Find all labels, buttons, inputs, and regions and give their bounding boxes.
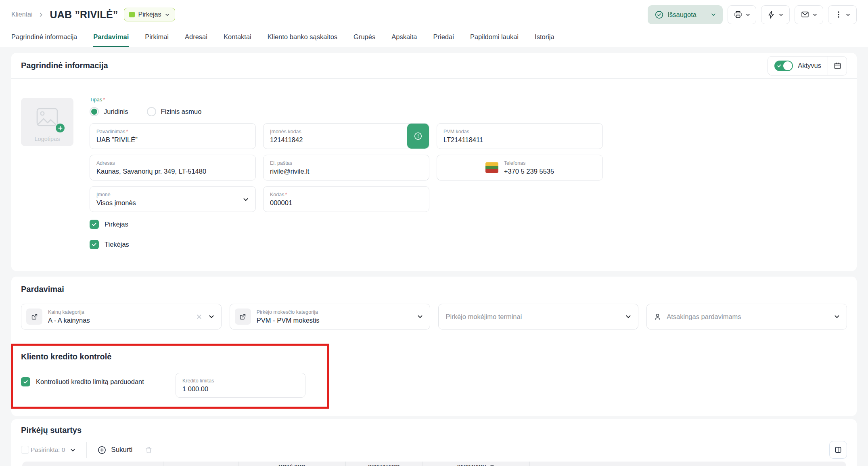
kodas-value: 000001: [270, 199, 422, 207]
chevron-down-icon: [711, 12, 716, 17]
tab-pirkimai[interactable]: Pirkimai: [145, 29, 169, 47]
kredito-limitas-value: 1 000.00: [182, 385, 299, 393]
pavadinimas-field[interactable]: Pavadinimas UAB ”RIVILĖ”: [90, 123, 256, 149]
filter-funnel-icon[interactable]: [489, 464, 495, 466]
el-pastas-field[interactable]: El. paštas rivile@rivile.lt: [263, 155, 429, 181]
selected-count-label: Pasirinkta: 0: [31, 446, 65, 453]
contracts-title: Pirkėjų sutartys: [21, 426, 847, 435]
tab-kontaktai[interactable]: Kontaktai: [224, 29, 251, 47]
chevron-down-icon: [834, 313, 840, 320]
kodas-label: Kodas: [270, 192, 422, 197]
el-pastas-value: rivile@rivile.lt: [270, 168, 422, 175]
tab-priedai[interactable]: Priedai: [433, 29, 454, 47]
tab-grupes[interactable]: Grupės: [353, 29, 375, 47]
selected-count-dropdown[interactable]: Pasirinkta: 0: [29, 446, 76, 453]
tax-category-dropdown[interactable]: Pirkėjo mokesčio kategorija PVM - PVM mo…: [230, 304, 430, 330]
table-header-mokejimo: MOKĖJIMO: [238, 462, 346, 466]
kebab-menu-icon: [835, 10, 843, 19]
chevron-down-icon: [845, 12, 851, 17]
tiekejas-checkbox[interactable]: Tiekėjas: [90, 240, 847, 249]
header-actions: Išsaugota: [648, 5, 857, 24]
check-circle-icon: [655, 10, 663, 19]
external-link-icon: [31, 313, 38, 321]
sales-card: Pardavimai Kainų kategorija A - A kainyn…: [11, 277, 857, 416]
radio-fizinis-asmuo[interactable]: Fizinis asmuo: [147, 107, 202, 116]
tab-pagrindine-informacija[interactable]: Pagrindinė informacija: [11, 29, 77, 47]
price-category-label: Kainų kategorija: [48, 309, 90, 315]
checkbox-checked-icon: [21, 377, 30, 386]
pvm-kodas-field[interactable]: PVM kodas LT214118411: [437, 123, 603, 149]
credit-limit-checkbox[interactable]: Kontroliuoti kredito limitą parduodant: [21, 377, 176, 386]
adresas-value: Kaunas, Savanorių pr. 349, LT-51480: [96, 168, 249, 175]
radio-unselected-icon: [147, 107, 156, 116]
radio-juridinis[interactable]: Juridinis: [90, 107, 128, 116]
responsible-salesperson-dropdown[interactable]: Atsakingas pardavimams: [646, 304, 847, 330]
chevron-down-icon: [208, 313, 215, 320]
table-header-cell: [530, 462, 846, 466]
kodas-field[interactable]: Kodas 000001: [263, 186, 429, 212]
automation-button[interactable]: [761, 5, 790, 24]
credit-limit-checkbox-label: Kontroliuoti kredito limitą parduodant: [36, 378, 144, 386]
pavadinimas-label: Pavadinimas: [96, 129, 249, 134]
chevron-down-icon: [812, 12, 818, 17]
divider: [86, 442, 87, 458]
imones-kodas-value: 121411842: [270, 136, 422, 144]
active-toggle[interactable]: Aktyvus: [768, 57, 828, 75]
table-header-pardavimu: PARDAVIMŲ: [422, 462, 530, 466]
table-header-pristatymo: PRISTATYMO: [346, 462, 422, 466]
pvm-kodas-label: PVM kodas: [443, 129, 596, 134]
pavadinimas-value: UAB ”RIVILĖ”: [96, 136, 249, 144]
table-header-cell: [163, 462, 238, 466]
select-all-checkbox[interactable]: [21, 446, 29, 454]
imones-kodas-field[interactable]: Įmonės kodas 121411842: [263, 123, 429, 149]
calendar-icon: [833, 61, 842, 70]
adresas-field[interactable]: Adresas Kaunas, Savanorių pr. 349, LT-51…: [90, 155, 256, 181]
payment-terms-dropdown[interactable]: Pirkėjo mokėjimo terminai: [438, 304, 639, 330]
open-tax-category-button[interactable]: [235, 309, 251, 325]
main-fields-grid: Pavadinimas UAB ”RIVILĖ” Įmonės kodas 12…: [90, 123, 847, 212]
radio-selected-icon: [90, 107, 99, 116]
saved-dropdown-button[interactable]: [704, 5, 723, 24]
plus-circle-icon: [97, 445, 107, 455]
breadcrumb-link-klientai[interactable]: Klientai: [11, 11, 32, 18]
chevron-down-icon: [417, 313, 423, 320]
clear-x-icon: [196, 313, 203, 320]
column-settings-button[interactable]: [829, 441, 847, 459]
contracts-table-header: MOKĖJIMO PRISTATYMO PARDAVIMŲ: [22, 462, 846, 466]
imone-dropdown[interactable]: Įmonė Visos įmonės: [90, 186, 256, 212]
tab-apskaita[interactable]: Apskaita: [391, 29, 417, 47]
table-header-label: MOKĖJIMO: [278, 464, 305, 466]
kredito-limitas-field[interactable]: Kredito limitas 1 000.00: [176, 373, 305, 398]
activity-calendar-button[interactable]: [828, 57, 847, 75]
chevron-right-icon: [38, 12, 44, 18]
tax-category-label: Pirkėjo mokesčio kategorija: [257, 309, 320, 315]
logo-upload[interactable]: Logotipas: [21, 98, 73, 146]
price-category-dropdown[interactable]: Kainų kategorija A - A kainynas: [21, 304, 222, 330]
chevron-down-icon: [243, 196, 249, 203]
tab-kliento-banko-saskaitos[interactable]: Kliento banko sąskaitos: [268, 29, 337, 47]
pirkejas-checkbox[interactable]: Pirkėjas: [90, 220, 847, 229]
radio-fizinis-asmuo-label: Fizinis asmuo: [161, 108, 202, 115]
saved-status-button[interactable]: Išsaugota: [648, 5, 704, 24]
checkbox-checked-icon: [90, 220, 99, 229]
client-type-badge[interactable]: Pirkėjas: [124, 8, 176, 21]
delete-contract-button[interactable]: [144, 446, 153, 454]
tab-adresai[interactable]: Adresai: [185, 29, 207, 47]
print-button[interactable]: [728, 5, 756, 24]
tab-papildomi-laukai[interactable]: Papildomi laukai: [470, 29, 519, 47]
envelope-icon: [801, 10, 809, 19]
trash-icon: [144, 446, 153, 454]
more-options-button[interactable]: [828, 5, 857, 24]
open-price-category-button[interactable]: [26, 309, 42, 325]
email-button[interactable]: [795, 5, 823, 24]
telefonas-field[interactable]: Telefonas +370 5 239 5535: [437, 155, 603, 181]
adresas-label: Adresas: [96, 160, 249, 166]
tab-pardavimai[interactable]: Pardavimai: [93, 29, 129, 47]
payment-terms-placeholder: Pirkėjo mokėjimo terminai: [446, 313, 522, 321]
tab-istorija[interactable]: Istorija: [535, 29, 554, 47]
add-logo-icon: [55, 123, 65, 133]
clear-price-category-button[interactable]: [196, 313, 203, 320]
company-lookup-button[interactable]: [407, 124, 429, 149]
create-contract-button[interactable]: Sukurti: [97, 445, 132, 455]
imones-kodas-label: Įmonės kodas: [270, 129, 422, 134]
